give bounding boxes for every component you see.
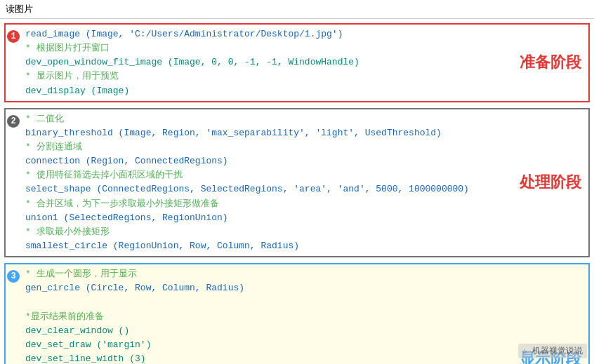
code-line: smallest_circle (RegionUnion, Row, Colum… [25, 239, 584, 253]
section2-label: 处理阶段 [520, 172, 581, 193]
section3-number: 3 [7, 270, 20, 283]
code-line: gen_circle (Circle, Row, Column, Radius) [25, 281, 584, 295]
section3-lines: * 生成一个圆形，用于显示 gen_circle (Circle, Row, C… [21, 264, 588, 364]
watermark: ☆ 机器视觉说说 [518, 344, 587, 358]
code-line: * 生成一个圆形，用于显示 [25, 267, 584, 281]
code-line: * 求取最小外接矩形 [25, 225, 584, 239]
code-line: dev_open_window_fit_image (Image, 0, 0, … [25, 55, 584, 69]
code-line: * 分割连通域 [25, 140, 584, 154]
code-line: union1 (SelectedRegions, RegionUnion) [25, 211, 584, 225]
code-line: * 二值化 [25, 112, 584, 126]
section2-code: * 二值化 binary_threshold (Image, Region, '… [21, 109, 588, 256]
section1-number: 1 [7, 30, 20, 43]
section1-left: 1 [6, 25, 21, 101]
section2-left: 2 [6, 109, 21, 256]
code-line: * 显示图片，用于预览 [25, 69, 584, 83]
section-preparation: 1 read_image (Image, 'C:/Users/Administr… [4, 23, 590, 102]
code-line: dev_set_draw ('margin') [25, 338, 584, 352]
section2-number: 2 [7, 115, 20, 128]
code-line: binary_threshold (Image, Region, 'max_se… [25, 126, 584, 140]
code-line: select_shape (ConnectedRegions, Selected… [25, 182, 584, 196]
code-line [25, 295, 584, 309]
section-processing: 2 * 二值化 binary_threshold (Image, Region,… [4, 108, 590, 257]
code-line: * 合并区域，为下一步求取最小外接矩形做准备 [25, 197, 584, 211]
section3-left: 3 [6, 264, 21, 364]
section1-lines: read_image (Image, 'C:/Users/Administrat… [21, 25, 588, 101]
code-line: dev_set_line_width (3) [25, 352, 584, 364]
section-display: 3 * 生成一个圆形，用于显示 gen_circle (Circle, Row,… [4, 263, 590, 364]
section1-label: 准备阶段 [520, 52, 581, 73]
section2-lines: * 二值化 binary_threshold (Image, Region, '… [21, 109, 588, 256]
code-line: *显示结果前的准备 [25, 310, 584, 324]
code-line: read_image (Image, 'C:/Users/Administrat… [25, 27, 584, 41]
section1-code: read_image (Image, 'C:/Users/Administrat… [21, 25, 588, 101]
top-text: 读图片 [6, 4, 33, 15]
code-line: connection (Region, ConnectedRegions) [25, 154, 584, 168]
sections-wrapper: 1 read_image (Image, 'C:/Users/Administr… [0, 19, 594, 364]
section3-code: * 生成一个圆形，用于显示 gen_circle (Circle, Row, C… [21, 264, 588, 364]
code-line: dev_clear_window () [25, 324, 584, 338]
code-line: dev_display (Image) [25, 84, 584, 98]
code-line: * 使用特征筛选去掉小面积区域的干扰 [25, 168, 584, 182]
code-line: * 根据图片打开窗口 [25, 41, 584, 55]
main-container: 读图片 1 read_image (Image, 'C:/Users/Admin… [0, 0, 594, 364]
top-cutoff: 读图片 [0, 0, 594, 19]
